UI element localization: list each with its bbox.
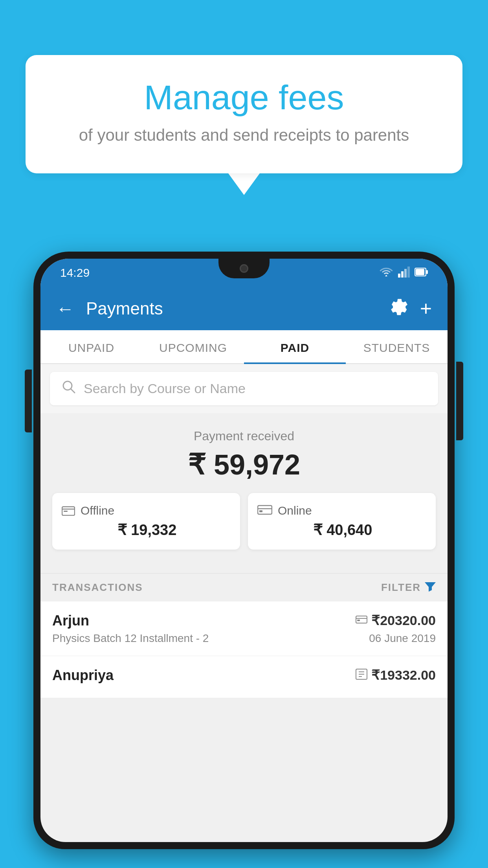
transactions-header: TRANSACTIONS FILTER: [40, 573, 448, 601]
app-bar: ← Payments +: [40, 287, 448, 330]
notch: [218, 259, 270, 278]
status-icons: [379, 266, 428, 280]
svg-rect-11: [64, 511, 68, 512]
search-placeholder: Search by Course or Name: [84, 381, 246, 396]
svg-rect-2: [404, 269, 407, 278]
camera-dot: [240, 264, 248, 273]
tabs: UNPAID UPCOMING PAID STUDENTS: [40, 330, 448, 364]
table-row[interactable]: Arjun ₹20320.00: [40, 601, 448, 656]
svg-rect-12: [258, 506, 272, 514]
payment-received-section: Payment received ₹ 59,972: [40, 413, 448, 573]
svg-marker-15: [425, 582, 436, 592]
search-bar[interactable]: Search by Course or Name: [50, 372, 438, 405]
status-time: 14:29: [60, 266, 90, 280]
payment-received-label: Payment received: [52, 429, 436, 443]
tab-students[interactable]: STUDENTS: [346, 330, 448, 363]
phone-wrapper: 14:29: [33, 252, 455, 868]
offline-label: Offline: [81, 504, 114, 517]
transaction-row-top: Arjun ₹20320.00: [52, 612, 436, 629]
online-card-header: Online: [257, 504, 426, 517]
search-icon: [62, 380, 76, 397]
speech-bubble-container: Manage fees of your students and send re…: [26, 55, 462, 195]
svg-rect-3: [407, 267, 410, 278]
svg-line-8: [71, 389, 75, 393]
tab-upcoming[interactable]: UPCOMING: [142, 330, 244, 363]
svg-rect-18: [357, 620, 360, 621]
transaction-course: Physics Batch 12 Installment - 2: [52, 632, 209, 645]
speech-bubble-subtitle: of your students and send receipts to pa…: [57, 125, 431, 146]
plus-button[interactable]: +: [420, 297, 432, 320]
svg-rect-5: [426, 270, 428, 274]
speech-bubble-tail: [228, 173, 260, 195]
transactions-label: TRANSACTIONS: [52, 581, 143, 594]
svg-rect-6: [416, 269, 424, 275]
tab-unpaid[interactable]: UNPAID: [40, 330, 142, 363]
offline-card-header: Offline: [62, 504, 231, 517]
online-card: Online ₹ 40,640: [248, 493, 436, 550]
app-title: Payments: [86, 299, 378, 318]
signal-icon: [398, 267, 410, 279]
svg-rect-1: [401, 271, 404, 278]
transaction-date: 06 June 2019: [369, 632, 436, 645]
transaction-amount: ₹20320.00: [371, 612, 436, 628]
online-label: Online: [278, 504, 312, 517]
svg-rect-0: [398, 274, 400, 278]
phone-screen: 14:29: [40, 259, 448, 842]
back-button[interactable]: ←: [56, 298, 74, 319]
filter-label: FILTER: [381, 581, 421, 594]
transaction-amount-container: ₹20320.00: [356, 612, 436, 628]
transaction-row-top: Anupriya ₹193: [52, 667, 436, 684]
gear-button[interactable]: [389, 297, 408, 320]
battery-icon: [415, 268, 428, 278]
speech-bubble: Manage fees of your students and send re…: [26, 55, 462, 173]
transaction-payment-icon: [356, 615, 367, 626]
online-amount: ₹ 40,640: [257, 521, 426, 539]
transaction-payment-icon: [356, 669, 367, 681]
phone-outer: 14:29: [33, 252, 455, 849]
transaction-row-bottom: Physics Batch 12 Installment - 2 06 June…: [52, 632, 436, 645]
transaction-amount: ₹19332.00: [371, 667, 436, 683]
payment-cards: Offline ₹ 19,332: [52, 493, 436, 561]
transaction-name: Anupriya: [52, 667, 114, 684]
svg-rect-14: [259, 510, 262, 512]
online-icon: [257, 504, 272, 517]
table-row[interactable]: Anupriya ₹193: [40, 656, 448, 698]
transaction-amount-container: ₹19332.00: [356, 667, 436, 683]
tab-paid[interactable]: PAID: [244, 330, 346, 363]
transaction-list: Arjun ₹20320.00: [40, 601, 448, 698]
offline-icon: [62, 504, 75, 517]
search-container: Search by Course or Name: [40, 364, 448, 413]
transaction-name: Arjun: [52, 612, 89, 629]
filter-container[interactable]: FILTER: [381, 581, 436, 594]
offline-amount: ₹ 19,332: [62, 521, 231, 539]
offline-card: Offline ₹ 19,332: [52, 493, 240, 550]
speech-bubble-title: Manage fees: [57, 79, 431, 117]
status-bar: 14:29: [40, 259, 448, 287]
payment-received-amount: ₹ 59,972: [52, 448, 436, 481]
wifi-icon: [379, 266, 393, 280]
filter-icon: [425, 581, 436, 594]
